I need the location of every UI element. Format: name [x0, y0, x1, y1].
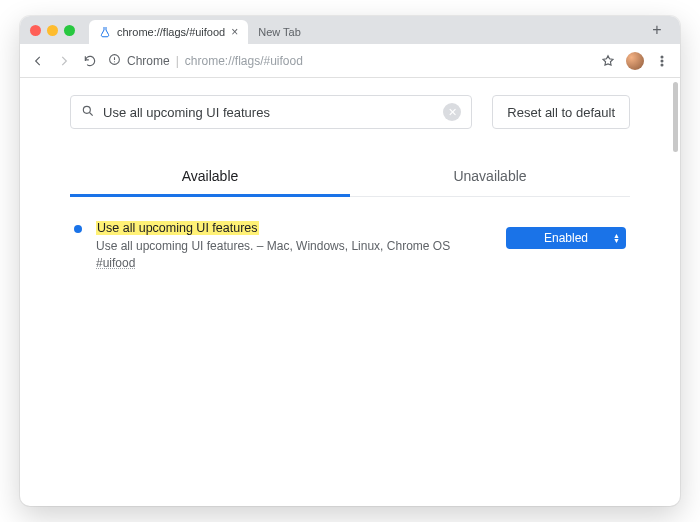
site-info-icon[interactable]: [108, 53, 121, 69]
scrollbar[interactable]: [672, 78, 680, 506]
flags-content: Use all upcoming UI features ✕ Reset all…: [70, 78, 630, 270]
tab-unavailable[interactable]: Unavailable: [350, 158, 630, 196]
profile-avatar[interactable]: [626, 52, 644, 70]
close-window-button[interactable]: [30, 25, 41, 36]
new-tab-button[interactable]: +: [644, 21, 670, 39]
minimize-window-button[interactable]: [47, 25, 58, 36]
flask-icon: [99, 26, 111, 38]
browser-tab-active[interactable]: chrome://flags/#uifood ×: [89, 20, 248, 44]
flag-description: Use all upcoming UI features. – Mac, Win…: [96, 239, 492, 253]
omnibox-host: Chrome: [127, 54, 170, 68]
svg-point-2: [661, 55, 663, 57]
browser-tab[interactable]: New Tab: [248, 20, 311, 44]
browser-window: chrome://flags/#uifood × New Tab + Chrom…: [20, 16, 680, 506]
modified-dot-icon: [74, 225, 82, 233]
flag-title: Use all upcoming UI features: [96, 221, 259, 235]
svg-point-5: [83, 106, 90, 113]
flag-state-select[interactable]: Enabled ▲▼: [506, 227, 626, 249]
window-controls: [30, 25, 75, 36]
flag-body: Use all upcoming UI features Use all upc…: [96, 221, 492, 270]
tab-available[interactable]: Available: [70, 158, 350, 196]
flags-top-row: Use all upcoming UI features ✕ Reset all…: [70, 92, 630, 132]
flags-tabbar: Available Unavailable: [70, 158, 630, 197]
toolbar-right: [600, 52, 670, 70]
forward-button[interactable]: [56, 53, 72, 69]
flags-search-value: Use all upcoming UI features: [103, 105, 435, 120]
svg-point-4: [661, 64, 663, 66]
page: Use all upcoming UI features ✕ Reset all…: [20, 78, 680, 506]
flag-hash-link[interactable]: #uifood: [96, 256, 135, 270]
search-icon: [81, 104, 95, 121]
menu-icon[interactable]: [654, 53, 670, 69]
back-button[interactable]: [30, 53, 46, 69]
reload-button[interactable]: [82, 53, 98, 69]
zoom-window-button[interactable]: [64, 25, 75, 36]
svg-point-1: [114, 61, 115, 62]
svg-point-3: [661, 60, 663, 62]
omnibox-path: chrome://flags/#uifood: [185, 54, 303, 68]
address-bar[interactable]: Chrome | chrome://flags/#uifood: [108, 48, 590, 74]
toolbar: Chrome | chrome://flags/#uifood: [20, 44, 680, 78]
tab-title: New Tab: [258, 26, 301, 38]
scrollbar-thumb[interactable]: [673, 82, 678, 152]
tab-title: chrome://flags/#uifood: [117, 26, 225, 38]
clear-search-icon[interactable]: ✕: [443, 103, 461, 121]
flag-entry: Use all upcoming UI features Use all upc…: [70, 221, 630, 270]
flags-search[interactable]: Use all upcoming UI features ✕: [70, 95, 472, 129]
close-tab-icon[interactable]: ×: [231, 26, 238, 38]
select-chevrons-icon: ▲▼: [613, 233, 620, 243]
reset-all-button[interactable]: Reset all to default: [492, 95, 630, 129]
tab-strip: chrome://flags/#uifood × New Tab: [89, 16, 311, 44]
bookmark-star-icon[interactable]: [600, 53, 616, 69]
titlebar: chrome://flags/#uifood × New Tab +: [20, 16, 680, 44]
